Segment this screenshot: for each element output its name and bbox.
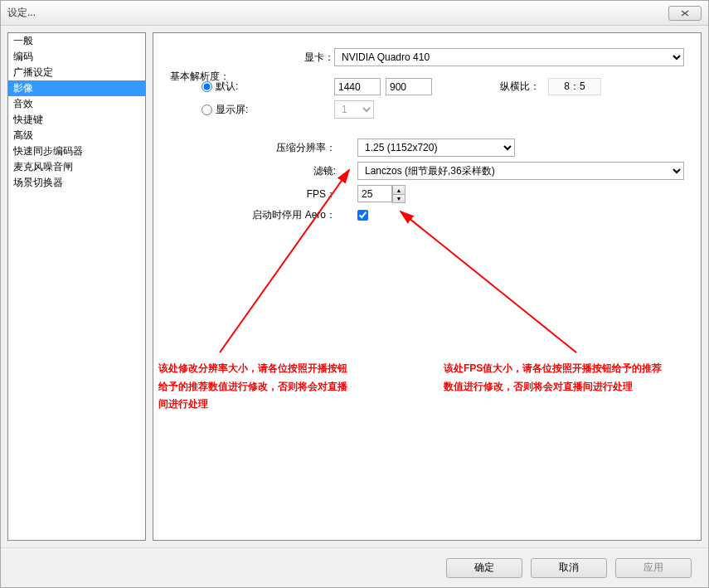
- settings-window: 设定... 一般 编码 广播设定 影像 音效 快捷键 高级 快速同步编码器 麦克…: [0, 0, 709, 588]
- apply-button[interactable]: 应用: [615, 558, 692, 578]
- sidebar-item-video[interactable]: 影像: [8, 80, 145, 96]
- compress-label: 压缩分辨率：: [253, 141, 336, 155]
- footer: 确定 取消 应用: [1, 547, 708, 587]
- main-panel: 显卡： NVIDIA Quadro 410 基本解析度： 默认: 纵横比：: [153, 32, 702, 541]
- monitor-radio[interactable]: [202, 104, 212, 115]
- compress-select[interactable]: 1.25 (1152x720): [357, 138, 515, 157]
- annotation-right: 该处FPS值大小，请各位按照开播按钮给予的推荐数值进行修改，否则将会对直播间进行…: [444, 360, 668, 396]
- sidebar-item-scene[interactable]: 场景切换器: [8, 175, 145, 191]
- height-input[interactable]: [386, 78, 432, 95]
- sidebar-item-encode[interactable]: 编码: [8, 49, 145, 65]
- titlebar: 设定...: [1, 1, 708, 26]
- annotation-left: 该处修改分辨率大小，请各位按照开播按钮给予的推荐数值进行修改，否则将会对直播间进…: [158, 360, 349, 414]
- aspect-value: [548, 78, 601, 95]
- sidebar-item-advanced[interactable]: 高级: [8, 128, 145, 143]
- sidebar-item-general[interactable]: 一般: [8, 33, 145, 49]
- gpu-select[interactable]: NVIDIA Quadro 410: [334, 48, 684, 66]
- ok-button[interactable]: 确定: [446, 558, 522, 578]
- fps-label: FPS：: [253, 187, 336, 202]
- filter-select[interactable]: Lanczos (细节最好,36采样数): [357, 162, 684, 180]
- window-title: 设定...: [7, 6, 668, 20]
- sidebar: 一般 编码 广播设定 影像 音效 快捷键 高级 快速同步编码器 麦克风噪音闸 场…: [7, 32, 146, 541]
- sidebar-item-hotkeys[interactable]: 快捷键: [8, 112, 145, 128]
- sidebar-item-quicksync[interactable]: 快速同步编码器: [8, 143, 145, 159]
- close-button[interactable]: [668, 6, 702, 21]
- sidebar-item-noisegate[interactable]: 麦克风噪音闸: [8, 159, 145, 175]
- svg-line-1: [401, 211, 576, 352]
- aero-label: 启动时停用 Aero：: [216, 208, 336, 222]
- fps-down-button[interactable]: ▼: [392, 194, 405, 203]
- fps-input[interactable]: [357, 185, 392, 202]
- cancel-button[interactable]: 取消: [531, 558, 607, 578]
- base-res-label: 基本解析度：: [170, 70, 230, 84]
- width-input[interactable]: [334, 78, 381, 95]
- close-icon: [681, 10, 689, 17]
- sidebar-item-broadcast[interactable]: 广播设定: [8, 65, 145, 80]
- aspect-label: 纵横比：: [449, 80, 540, 94]
- fps-up-button[interactable]: ▲: [392, 185, 405, 194]
- content-area: 一般 编码 广播设定 影像 音效 快捷键 高级 快速同步编码器 麦克风噪音闸 场…: [1, 26, 708, 547]
- filter-label: 滤镜:: [253, 164, 336, 178]
- monitor-radio-label[interactable]: 显示屏:: [202, 103, 334, 117]
- sidebar-item-audio[interactable]: 音效: [8, 96, 145, 112]
- fps-spinner: ▲ ▼: [392, 185, 405, 203]
- gpu-label: 显卡：: [294, 51, 334, 65]
- monitor-select[interactable]: 1: [334, 100, 374, 119]
- aero-checkbox[interactable]: [357, 210, 368, 221]
